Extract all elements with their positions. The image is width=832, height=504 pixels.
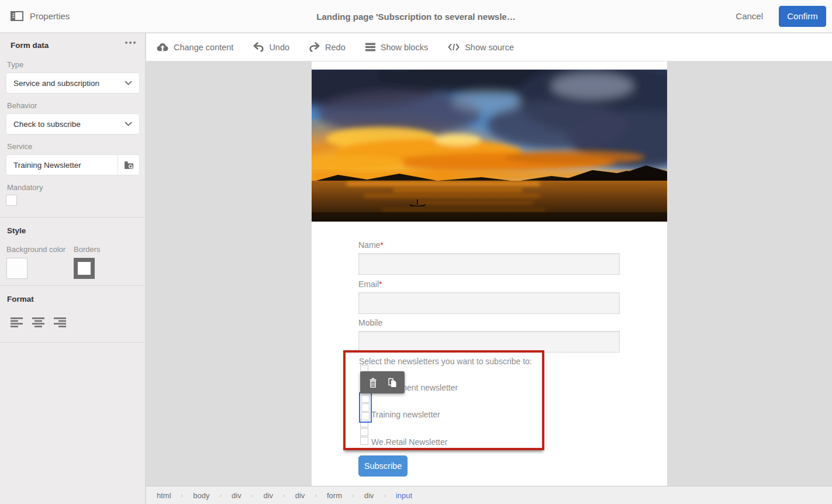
confirm-button[interactable]: Confirm [779, 6, 826, 27]
service-label: Service [7, 142, 32, 151]
cloud-upload-icon [157, 43, 168, 52]
mandatory-label: Mandatory [7, 183, 43, 192]
properties-button[interactable]: Properties [0, 11, 70, 21]
borders-swatch[interactable] [74, 258, 95, 279]
behavior-select[interactable]: Check to subscribe [6, 113, 140, 134]
style-section-title: Style [7, 226, 26, 235]
service-field: Training Newsletter [6, 154, 140, 175]
required-asterisk: * [380, 240, 383, 250]
required-asterisk: * [379, 279, 382, 289]
undo-button[interactable]: Undo [253, 42, 289, 52]
page-title: Landing page 'Subscription to several ne… [316, 11, 515, 21]
landing-page-canvas: Name* Email* Mobile Select the newslette… [312, 61, 667, 486]
redo-icon [309, 42, 320, 52]
editor-content-area: Name* Email* Mobile Select the newslette… [146, 61, 832, 486]
element-floating-toolbar [360, 371, 405, 393]
more-actions-button[interactable] [122, 38, 139, 47]
breadcrumb-separator: › [384, 492, 386, 499]
cancel-button[interactable]: Cancel [736, 11, 763, 21]
newsletter-prompt: Select the newsletters you want to subsc… [359, 357, 532, 366]
top-header: Properties Landing page 'Subscription to… [0, 0, 832, 33]
breadcrumb-item-div[interactable]: div [364, 491, 374, 500]
background-color-label: Background color [6, 245, 65, 254]
breadcrumb-item-form[interactable]: form [327, 491, 342, 500]
form-data-panel: Form data Type Service and subscription … [0, 33, 146, 504]
show-blocks-button[interactable]: Show blocks [365, 43, 428, 52]
editor-toolbar: Change content Undo Redo Show blocks [146, 33, 832, 61]
change-content-label: Change content [174, 43, 233, 52]
mandatory-checkbox[interactable] [6, 195, 17, 206]
checkbox[interactable] [360, 437, 368, 445]
checkbox[interactable] [361, 412, 370, 420]
borders-label: Borders [74, 245, 101, 254]
checkbox[interactable] [360, 428, 368, 436]
show-blocks-label: Show blocks [381, 43, 428, 52]
breadcrumb-separator: › [283, 492, 285, 499]
properties-label: Properties [30, 11, 70, 21]
breadcrumb-separator: › [181, 492, 184, 499]
align-right-icon[interactable] [54, 317, 67, 327]
redo-button[interactable]: Redo [309, 42, 346, 52]
behavior-label: Behavior [7, 101, 37, 110]
section-divider [0, 217, 146, 218]
type-select[interactable]: Service and subscription [6, 73, 140, 94]
service-input[interactable]: Training Newsletter [6, 155, 118, 175]
breadcrumb-item-input-active[interactable]: input [396, 491, 412, 500]
mobile-field-label: Mobile [358, 318, 382, 327]
breadcrumb-separator: › [219, 492, 222, 499]
format-section-title: Format [7, 295, 34, 303]
breadcrumb-item-div[interactable]: div [295, 491, 305, 500]
copy-icon [388, 378, 397, 388]
trash-icon [368, 378, 378, 388]
checkbox[interactable] [361, 403, 370, 412]
selected-input-outline[interactable] [359, 392, 372, 423]
format-align-group [11, 317, 67, 327]
email-field-label: Email* [358, 279, 382, 289]
name-field-label: Name* [358, 240, 384, 250]
app-window: Properties Landing page 'Subscription to… [0, 0, 832, 504]
ellipsis-icon [125, 42, 127, 44]
properties-panel-icon [11, 11, 23, 21]
behavior-select-value: Check to subscribe [13, 120, 81, 129]
duplicate-element-button[interactable] [388, 378, 397, 388]
blocks-icon [365, 43, 375, 51]
dom-breadcrumb: html› body› div› div› div› form› div› in… [146, 486, 832, 504]
section-divider [0, 342, 146, 343]
show-source-label: Show source [465, 43, 514, 52]
hero-image[interactable] [312, 70, 667, 222]
code-icon [448, 43, 460, 51]
name-input[interactable] [358, 253, 620, 275]
change-content-button[interactable]: Change content [157, 43, 233, 52]
folder-search-icon [124, 161, 134, 170]
align-center-icon[interactable] [32, 317, 45, 327]
redo-label: Redo [325, 43, 346, 52]
newsletter-checkbox-group-3 [360, 419, 368, 446]
newsletter-checkbox-group-2 [361, 395, 370, 421]
mobile-input[interactable] [358, 331, 620, 353]
breadcrumb-item-div[interactable]: div [232, 491, 241, 500]
chevron-down-icon [125, 122, 132, 126]
breadcrumb-item-div[interactable]: div [263, 491, 273, 500]
background-color-swatch[interactable] [6, 258, 27, 279]
undo-icon [253, 42, 264, 52]
type-label: Type [7, 60, 23, 69]
chevron-down-icon [125, 81, 132, 85]
email-input[interactable] [358, 292, 620, 314]
breadcrumb-separator: › [251, 492, 254, 499]
type-select-value: Service and subscription [13, 79, 99, 88]
section-divider [0, 285, 146, 286]
align-left-icon[interactable] [11, 317, 23, 327]
breadcrumb-item-body[interactable]: body [193, 491, 209, 500]
show-source-button[interactable]: Show source [448, 43, 514, 52]
breadcrumb-separator: › [315, 492, 317, 499]
newsletter-label-training: Training newsletter [371, 410, 440, 419]
breadcrumb-item-html[interactable]: html [157, 491, 171, 500]
breadcrumb-separator: › [352, 492, 354, 499]
undo-label: Undo [269, 43, 289, 52]
checkbox[interactable] [361, 395, 370, 403]
subscribe-button[interactable]: Subscribe [358, 455, 408, 477]
service-picker-button[interactable] [118, 155, 139, 175]
newsletter-label-weretail: We.Retail Newsletter [371, 437, 447, 447]
delete-element-button[interactable] [368, 378, 378, 388]
panel-title: Form data [11, 41, 49, 50]
